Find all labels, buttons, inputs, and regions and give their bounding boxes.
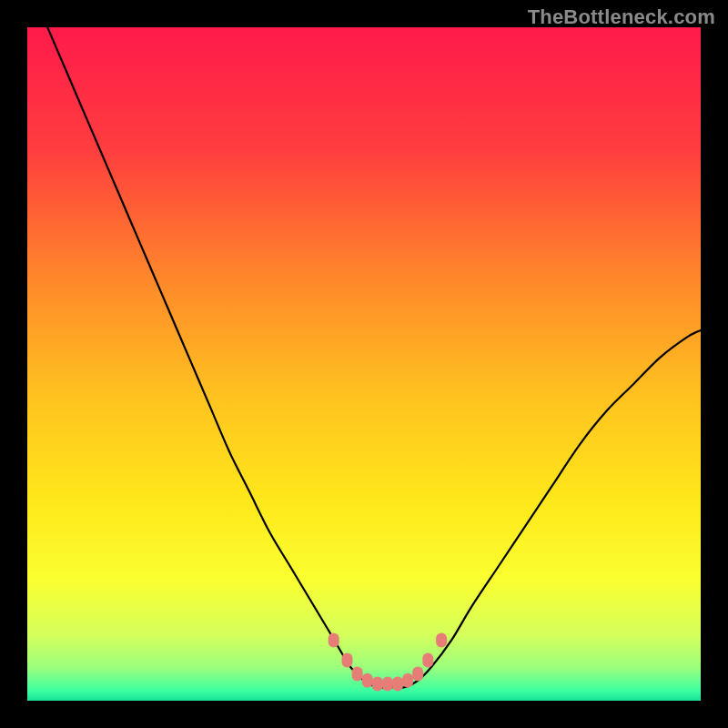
marker-dot xyxy=(392,677,403,692)
marker-dot xyxy=(362,673,373,688)
watermark-text: TheBottleneck.com xyxy=(528,5,715,29)
marker-dot xyxy=(382,677,393,692)
marker-dot xyxy=(402,673,413,688)
gradient-background xyxy=(27,27,701,701)
chart-svg xyxy=(27,27,701,701)
marker-dot xyxy=(352,666,363,681)
marker-dot xyxy=(372,677,383,692)
marker-dot xyxy=(422,653,433,668)
marker-dot xyxy=(436,632,447,647)
chart-stage: TheBottleneck.com xyxy=(0,0,728,728)
marker-dot xyxy=(412,666,423,681)
marker-dot xyxy=(342,653,353,668)
marker-dot xyxy=(329,632,339,647)
